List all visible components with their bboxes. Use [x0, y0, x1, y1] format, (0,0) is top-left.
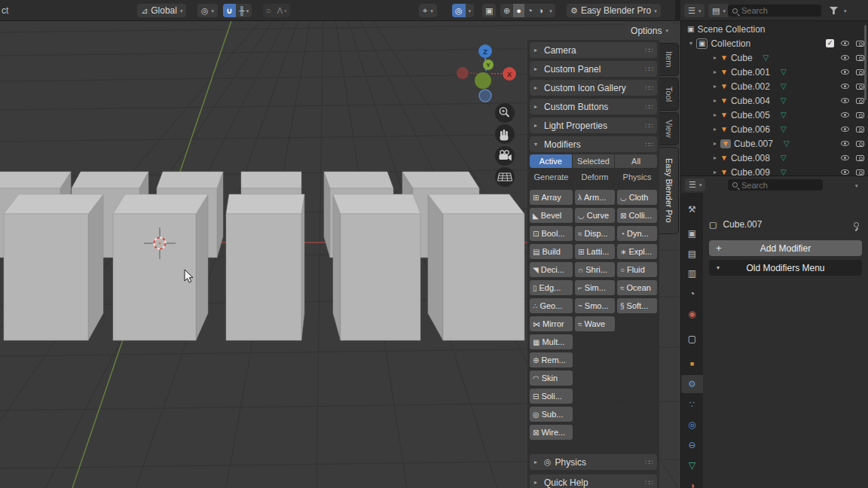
- transform-orientation-dropdown[interactable]: ⊿ Global ▾: [137, 4, 186, 17]
- modifier-button-array[interactable]: ⊞Array: [530, 190, 573, 205]
- outliner-row-scene-collection[interactable]: ▣Scene Collection: [681, 22, 868, 36]
- zoom-button[interactable]: [495, 103, 515, 123]
- sidebar-tab-easy-blender-pro[interactable]: Easy Blender Pro: [659, 147, 679, 234]
- modifier-button-deci[interactable]: ◥Deci...: [530, 262, 573, 277]
- easy-blender-pro-menu[interactable]: ⚙ Easy Blender Pro ▾: [567, 4, 661, 17]
- visibility-eye-icon[interactable]: [841, 55, 849, 60]
- snap-target-dropdown[interactable]: ╫ ▾: [236, 4, 252, 17]
- render-visibility-camera-icon[interactable]: [856, 155, 864, 161]
- outliner-filter-dropdown[interactable]: ▾: [841, 4, 850, 17]
- properties-tab-scene[interactable]: ◔: [681, 285, 703, 303]
- panel-header-quick-help[interactable]: ▸Quick Help∷∷: [530, 474, 657, 488]
- visibility-eye-icon[interactable]: [841, 127, 849, 132]
- panel-header-camera[interactable]: ▸Camera∷∷: [530, 42, 657, 58]
- modifier-button-curve[interactable]: ◡Curve: [575, 208, 615, 223]
- properties-tab-world[interactable]: ◉: [681, 305, 703, 323]
- properties-options-chevron[interactable]: ▾: [855, 183, 858, 188]
- render-visibility-camera-icon[interactable]: [856, 84, 864, 90]
- sidebar-tab-tool[interactable]: Tool: [659, 78, 679, 111]
- camera-view-button[interactable]: [495, 146, 515, 166]
- outliner-row-cube-004[interactable]: ▸▼Cube.004▽: [681, 93, 868, 108]
- sidebar-tab-view[interactable]: View: [659, 112, 679, 145]
- chevron-right-icon[interactable]: ▸: [711, 69, 719, 75]
- outliner-row-cube-005[interactable]: ▸▼Cube.005▽: [681, 108, 868, 122]
- modifier-button-sim[interactable]: ⌐Sim...: [575, 280, 615, 295]
- outliner-search-input[interactable]: [741, 6, 817, 15]
- panel-header-physics[interactable]: ▸◎Physics∷∷: [530, 454, 657, 470]
- properties-tab-collection[interactable]: ▢: [681, 330, 703, 348]
- modifier-button-bevel[interactable]: ◣Bevel: [530, 208, 573, 223]
- modifier-button-soft[interactable]: §Soft...: [617, 298, 657, 313]
- properties-tab-material[interactable]: ◑: [681, 477, 703, 488]
- shading-rendered-button[interactable]: ◑: [536, 4, 547, 17]
- render-visibility-camera-icon[interactable]: [856, 55, 864, 61]
- chevron-right-icon[interactable]: ▸: [711, 83, 719, 90]
- outliner-row-collection[interactable]: ▾▣Collection✓: [681, 36, 868, 50]
- properties-tab-tool[interactable]: ⚒: [681, 200, 703, 218]
- modifier-button-latti[interactable]: ⊞Latti...: [575, 244, 615, 259]
- outliner-row-cube[interactable]: ▸▼Cube▽: [681, 50, 868, 65]
- properties-tab-view-layer[interactable]: ▥: [681, 264, 703, 282]
- falloff-dropdown[interactable]: Λ ▾: [274, 4, 290, 17]
- pivot-point-dropdown[interactable]: ◎ ▾: [197, 4, 218, 17]
- old-modifiers-menu-button[interactable]: ▾ Old Modifiers Menu: [709, 260, 862, 276]
- modifier-button-bool[interactable]: ⊡Bool...: [530, 226, 573, 241]
- render-visibility-camera-icon[interactable]: [856, 112, 864, 118]
- cube-object[interactable]: [113, 194, 208, 340]
- sidebar-tab-item[interactable]: Item: [659, 43, 679, 76]
- chevron-down-icon[interactable]: ▾: [687, 40, 695, 47]
- modifier-button-ocean[interactable]: ≈Ocean: [617, 280, 657, 295]
- chevron-right-icon[interactable]: ▸: [711, 97, 719, 104]
- visibility-eye-icon[interactable]: [841, 69, 849, 75]
- panel-header-custom-icon-gallery[interactable]: ▸Custom Icon Gallery∷∷: [530, 80, 657, 96]
- 3d-viewport[interactable]: YZX Options ▾ ▸Camera∷∷▸Custom Panel∷∷▸C…: [0, 21, 680, 488]
- modifier-button-soli[interactable]: ⊟Soli...: [530, 389, 573, 404]
- pan-button[interactable]: [495, 124, 515, 144]
- shading-dropdown[interactable]: ▾: [546, 4, 555, 17]
- visibility-eye-icon[interactable]: [841, 112, 849, 117]
- cube-object[interactable]: [4, 194, 103, 340]
- overlays-dropdown[interactable]: ▾: [466, 4, 475, 17]
- modifier-button-wire[interactable]: ⊠Wire...: [530, 425, 573, 440]
- panel-header-custom-panel[interactable]: ▸Custom Panel∷∷: [530, 61, 657, 77]
- visibility-eye-icon[interactable]: [841, 169, 849, 175]
- cube-object[interactable]: [428, 194, 524, 340]
- modifier-button-arm[interactable]: λArm...: [575, 190, 615, 205]
- pin-icon[interactable]: [854, 222, 859, 227]
- modifier-button-disp[interactable]: ≈Disp...: [575, 226, 615, 241]
- render-visibility-camera-icon[interactable]: [856, 69, 864, 75]
- filter-tab-selected[interactable]: Selected: [573, 154, 615, 168]
- modifier-button-edg[interactable]: ▯Edg...: [530, 280, 573, 295]
- modifier-button-geo[interactable]: ∴Geo...: [530, 298, 573, 313]
- modifier-button-cloth[interactable]: ◡Cloth: [617, 190, 657, 205]
- properties-tab-object[interactable]: ■: [681, 355, 703, 373]
- properties-tab-modifiers[interactable]: ⚙: [681, 375, 703, 393]
- snap-toggle[interactable]: ∪: [223, 4, 236, 17]
- properties-tab-output[interactable]: ▤: [681, 245, 703, 263]
- visibility-eye-icon[interactable]: [841, 155, 849, 160]
- modifier-button-colli[interactable]: ⊠Colli...: [617, 208, 657, 223]
- properties-search-input[interactable]: [741, 181, 818, 190]
- modifier-button-sub[interactable]: ◎Sub...: [530, 407, 573, 422]
- cube-object[interactable]: [333, 194, 420, 340]
- outliner-filter-display-dropdown[interactable]: ▤ ▾: [708, 4, 729, 17]
- shading-solid-button[interactable]: ●: [513, 4, 524, 17]
- visibility-eye-icon[interactable]: [841, 141, 849, 146]
- modifier-button-mirror[interactable]: ⋈Mirror: [530, 316, 573, 331]
- overlays-toggle[interactable]: ◎: [452, 4, 466, 17]
- visibility-eye-icon[interactable]: [841, 98, 849, 103]
- filter-tab-all[interactable]: All: [615, 154, 657, 168]
- filter-tab-active[interactable]: Active: [530, 154, 572, 168]
- chevron-right-icon[interactable]: ▸: [711, 54, 719, 61]
- properties-tab-object-data[interactable]: ▽: [681, 456, 703, 474]
- panel-header-modifiers[interactable]: ▾Modifiers∷∷: [530, 136, 657, 152]
- render-visibility-camera-icon[interactable]: [856, 98, 864, 104]
- modifier-button-rem[interactable]: ⊕Rem...: [530, 352, 573, 368]
- outliner-row-cube-001[interactable]: ▸▼Cube.001▽: [681, 65, 868, 79]
- render-visibility-camera-icon[interactable]: [856, 141, 864, 147]
- render-visibility-camera-icon[interactable]: [856, 169, 864, 175]
- properties-tab-particles[interactable]: ∵: [681, 395, 703, 413]
- gizmo-dropdown[interactable]: ⌖ ▾: [419, 4, 437, 17]
- properties-tab-render[interactable]: ▣: [681, 224, 703, 242]
- outliner-display-mode-dropdown[interactable]: ☰ ▾: [684, 4, 704, 17]
